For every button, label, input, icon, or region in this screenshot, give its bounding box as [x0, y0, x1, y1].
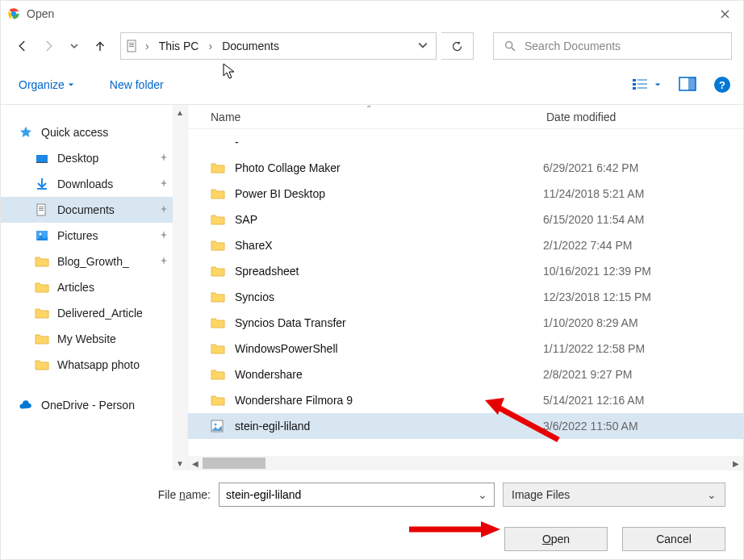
pin-icon [160, 178, 168, 190]
row-name: Syncios Data Transfer [235, 316, 543, 329]
address-dropdown[interactable] [415, 40, 431, 52]
breadcrumb-pc[interactable]: This PC [156, 38, 203, 54]
sidebar-item[interactable]: Articles [1, 274, 187, 300]
file-row[interactable]: ShareX2/1/2022 7:44 PM [188, 232, 743, 258]
cancel-label: Cancel [656, 533, 692, 545]
row-name: Photo Collage Maker [235, 161, 543, 174]
pin-icon [160, 230, 168, 241]
sidebar-onedrive[interactable]: OneDrive - Person [1, 392, 187, 418]
file-row[interactable]: Spreadsheet10/16/2021 12:39 PM [188, 258, 743, 284]
folder-icon [211, 316, 225, 330]
sidebar-item[interactable]: Blog_Growth_ [1, 249, 187, 274]
file-row[interactable]: stein-egil-liland3/6/2022 11:50 AM [188, 413, 743, 439]
cancel-button[interactable]: Cancel [622, 527, 725, 551]
file-row[interactable]: Power BI Desktop11/24/2018 5:21 AM [188, 181, 743, 207]
sidebar-item[interactable]: Documents [1, 197, 187, 223]
sidebar-scrollbar[interactable]: ▲ ▼ [173, 105, 187, 470]
up-button[interactable] [90, 36, 111, 56]
row-name: Spreadsheet [235, 265, 543, 278]
search-icon [504, 40, 516, 52]
svg-rect-13 [637, 87, 647, 89]
sidebar-item-icon [35, 254, 49, 269]
titlebar: Open [1, 1, 743, 27]
sidebar-item-label: My Website [57, 332, 116, 345]
sidebar-item-label: Desktop [57, 152, 98, 165]
sidebar-item[interactable]: Desktop [1, 145, 187, 171]
svg-rect-15 [688, 77, 696, 90]
close-button[interactable] [706, 1, 743, 27]
sidebar-item[interactable]: Pictures [1, 223, 187, 249]
search-placeholder: Search Documents [525, 40, 621, 52]
star-icon [19, 125, 33, 140]
chevron-right-icon: › [207, 40, 214, 52]
organize-menu[interactable]: Organize [14, 75, 79, 94]
help-button[interactable]: ? [714, 77, 730, 93]
scroll-down-icon[interactable]: ▼ [176, 456, 184, 470]
new-folder-label: New folder [110, 78, 164, 91]
sidebar-item-icon [35, 151, 49, 165]
open-button[interactable]: Open [504, 527, 608, 551]
main-area: Quick access DesktopDownloadsDocumentsPi… [1, 104, 743, 470]
file-row[interactable]: Wondershare2/8/2021 9:27 PM [188, 361, 743, 387]
organize-label: Organize [19, 78, 65, 91]
dialog-title: Open [27, 7, 54, 20]
column-date[interactable]: Date modified [543, 111, 616, 123]
refresh-button[interactable] [441, 32, 474, 60]
preview-pane-button[interactable] [679, 77, 696, 94]
sidebar-item-icon [35, 280, 49, 295]
search-input[interactable]: Search Documents [493, 32, 732, 60]
svg-rect-10 [633, 87, 636, 90]
filetype-filter[interactable]: Image Files ⌄ [503, 483, 725, 507]
new-folder-button[interactable]: New folder [105, 75, 169, 94]
scroll-up-icon[interactable]: ▲ [176, 105, 184, 119]
file-row[interactable]: Photo Collage Maker6/29/2021 6:42 PM [188, 155, 743, 181]
sidebar-item[interactable]: Delivered_Article [1, 300, 187, 326]
file-row[interactable]: Syncios12/23/2018 12:15 PM [188, 284, 743, 310]
document-icon [126, 40, 139, 52]
breadcrumb-folder[interactable]: Documents [219, 38, 282, 54]
address-bar[interactable]: › This PC › Documents [120, 32, 437, 60]
sidebar-item[interactable]: My Website [1, 326, 187, 352]
sidebar-item[interactable]: Downloads [1, 171, 187, 197]
sidebar-item-icon [35, 228, 49, 243]
svg-rect-9 [633, 83, 636, 86]
horizontal-scrollbar[interactable]: ◀ ▶ [188, 456, 743, 470]
chevron-right-icon: › [144, 40, 151, 52]
filename-input[interactable]: stein-egil-liland ⌄ [219, 483, 495, 507]
filter-label: Image Files [512, 488, 570, 501]
svg-point-2 [12, 12, 16, 16]
sidebar-item[interactable]: Whatsapp photo [1, 352, 187, 378]
row-name: ShareX [235, 239, 543, 252]
file-row[interactable]: Wondershare Filmora 95/14/2021 12:16 AM [188, 387, 743, 413]
file-row[interactable]: Syncios Data Transfer1/10/2020 8:29 AM [188, 310, 743, 336]
row-date: 3/6/2022 11:50 AM [543, 420, 638, 433]
row-date: 11/24/2018 5:21 AM [543, 187, 644, 200]
folder-icon [211, 212, 225, 227]
scrollbar-thumb[interactable] [203, 458, 265, 469]
view-menu[interactable] [632, 77, 661, 92]
column-headers[interactable]: Name ⌃ Date modified [188, 105, 743, 129]
sidebar-item-label: OneDrive - Person [41, 399, 135, 412]
scroll-right-icon[interactable]: ▶ [729, 456, 743, 470]
file-row[interactable]: - [188, 129, 743, 155]
recent-dropdown[interactable] [64, 36, 85, 56]
filename-value: stein-egil-liland [226, 488, 301, 501]
image-file-icon [211, 420, 224, 433]
file-row[interactable]: WindowsPowerShell1/11/2022 12:58 PM [188, 336, 743, 361]
svg-rect-16 [36, 155, 48, 162]
sidebar-item-label: Delivered_Article [57, 307, 143, 320]
scroll-left-icon[interactable]: ◀ [188, 456, 203, 470]
sidebar-item-label: Downloads [57, 178, 113, 190]
file-row[interactable]: SAP6/15/2020 11:54 AM [188, 207, 743, 232]
svg-rect-12 [637, 83, 647, 85]
row-date: 12/23/2018 12:15 PM [543, 290, 651, 303]
row-date: 1/10/2020 8:29 AM [543, 316, 638, 329]
forward-button[interactable] [38, 36, 59, 56]
back-button[interactable] [12, 36, 33, 56]
sidebar-quick-access[interactable]: Quick access [1, 119, 187, 145]
row-date: 1/11/2022 12:58 PM [543, 342, 645, 355]
row-name: - [235, 136, 543, 148]
svg-point-26 [215, 424, 217, 426]
folder-icon [211, 264, 225, 278]
action-row: Open Cancel [1, 519, 743, 559]
